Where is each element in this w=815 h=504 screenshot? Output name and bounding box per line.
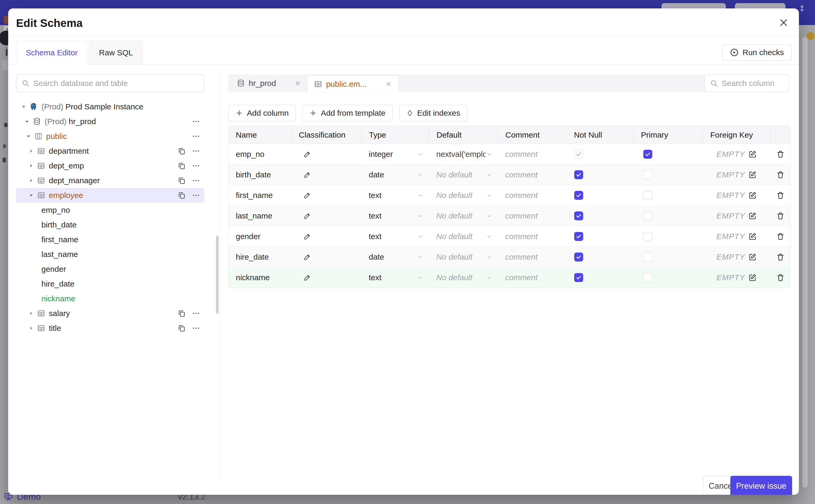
- comment-input[interactable]: comment: [498, 185, 566, 205]
- tree-item-title[interactable]: title: [16, 321, 204, 336]
- tree-item-public[interactable]: public: [16, 129, 204, 144]
- default-select[interactable]: No default: [429, 226, 498, 246]
- more-menu-icon[interactable]: [192, 176, 200, 185]
- copy-icon[interactable]: [177, 162, 186, 170]
- delete-column-icon[interactable]: [776, 232, 785, 241]
- delete-column-icon[interactable]: [776, 253, 785, 261]
- copy-icon[interactable]: [177, 324, 186, 332]
- tree-item-dept_manager[interactable]: dept_manager: [16, 173, 204, 188]
- classification-cell[interactable]: [291, 247, 361, 267]
- caret-down-icon[interactable]: [28, 192, 35, 199]
- column-name-cell[interactable]: first_name: [228, 185, 291, 205]
- tree-item-Prod Sample Instance[interactable]: (Prod)Prod Sample Instance: [16, 99, 204, 114]
- preview-issue-button[interactable]: Preview issue: [730, 476, 792, 495]
- primary-checkbox[interactable]: [643, 232, 652, 241]
- default-select[interactable]: No default: [429, 185, 498, 205]
- primary-checkbox[interactable]: [643, 211, 652, 220]
- more-menu-icon[interactable]: [192, 147, 200, 155]
- comment-input[interactable]: comment: [498, 267, 566, 288]
- caret-down-icon[interactable]: [20, 103, 27, 110]
- close-button[interactable]: [777, 16, 790, 29]
- tree-item-salary[interactable]: salary: [16, 306, 204, 321]
- comment-input[interactable]: comment: [498, 164, 566, 185]
- primary-checkbox[interactable]: [643, 273, 652, 282]
- default-select[interactable]: No default: [429, 164, 498, 185]
- type-select[interactable]: text: [361, 206, 429, 226]
- more-menu-icon[interactable]: [192, 324, 200, 332]
- caret-down-icon[interactable]: [25, 133, 32, 140]
- caret-down-icon[interactable]: [23, 118, 30, 125]
- classification-cell[interactable]: [291, 226, 361, 246]
- column-name-cell[interactable]: emp_no: [228, 144, 291, 164]
- column-name-cell[interactable]: nickname: [228, 267, 291, 288]
- column-name-cell[interactable]: gender: [228, 226, 291, 246]
- default-select[interactable]: nextval('employ: [429, 144, 498, 164]
- editor-tab-publicem[interactable]: public.em...: [307, 76, 398, 92]
- tree-item-last_name[interactable]: last_name: [16, 247, 204, 262]
- page-scrollbar[interactable]: [802, 37, 808, 488]
- not-null-checkbox[interactable]: [574, 191, 583, 200]
- copy-icon[interactable]: [177, 176, 186, 185]
- action-add-from-template[interactable]: Add from template: [302, 105, 392, 121]
- classification-cell[interactable]: [291, 206, 361, 226]
- panel-divider[interactable]: [220, 74, 220, 478]
- more-menu-icon[interactable]: [192, 162, 200, 170]
- comment-input[interactable]: comment: [498, 144, 566, 164]
- edit-foreign-key-icon[interactable]: [748, 232, 757, 241]
- edit-foreign-key-icon[interactable]: [748, 191, 757, 200]
- column-name-cell[interactable]: birth_date: [228, 164, 291, 185]
- caret-right-icon[interactable]: [28, 177, 35, 184]
- copy-icon[interactable]: [177, 147, 186, 155]
- delete-column-icon[interactable]: [776, 150, 785, 158]
- primary-checkbox[interactable]: [643, 191, 652, 200]
- edit-foreign-key-icon[interactable]: [748, 273, 757, 282]
- column-name-cell[interactable]: last_name: [228, 206, 291, 226]
- action-add-column[interactable]: Add column: [228, 105, 296, 121]
- type-select[interactable]: date: [361, 164, 429, 185]
- tree-item-hire_date[interactable]: hire_date: [16, 277, 204, 291]
- editor-tab-hr_prod[interactable]: hr_prod: [230, 74, 307, 92]
- delete-column-icon[interactable]: [776, 171, 785, 179]
- primary-checkbox[interactable]: [643, 170, 652, 179]
- delete-column-icon[interactable]: [776, 191, 785, 200]
- edit-foreign-key-icon[interactable]: [748, 212, 757, 220]
- copy-icon[interactable]: [177, 191, 186, 200]
- classification-cell[interactable]: [291, 164, 361, 185]
- more-menu-icon[interactable]: [192, 117, 200, 126]
- tab-raw-sql[interactable]: Raw SQL: [89, 41, 143, 65]
- comment-input[interactable]: comment: [498, 226, 566, 246]
- caret-right-icon[interactable]: [28, 148, 35, 154]
- tree-item-birth_date[interactable]: birth_date: [16, 217, 204, 232]
- column-name-cell[interactable]: hire_date: [228, 247, 291, 267]
- not-null-checkbox[interactable]: [574, 273, 583, 282]
- primary-checkbox[interactable]: [643, 253, 652, 261]
- type-select[interactable]: date: [361, 247, 429, 267]
- edit-foreign-key-icon[interactable]: [748, 171, 757, 179]
- tree-item-hr_prod[interactable]: (Prod)hr_prod: [16, 114, 204, 129]
- edit-foreign-key-icon[interactable]: [748, 150, 757, 158]
- caret-right-icon[interactable]: [28, 162, 35, 169]
- comment-input[interactable]: comment: [498, 206, 566, 226]
- not-null-checkbox[interactable]: [574, 232, 583, 241]
- classification-cell[interactable]: [291, 267, 361, 288]
- close-tab-icon[interactable]: [294, 80, 301, 87]
- tree-item-nickname[interactable]: nickname: [16, 291, 204, 306]
- more-menu-icon[interactable]: [192, 309, 200, 318]
- delete-column-icon[interactable]: [776, 212, 785, 220]
- more-menu-icon[interactable]: [192, 132, 200, 140]
- close-tab-icon[interactable]: [385, 81, 392, 88]
- caret-right-icon[interactable]: [28, 310, 35, 317]
- type-select[interactable]: text: [361, 267, 429, 288]
- caret-right-icon[interactable]: [28, 325, 35, 332]
- more-menu-icon[interactable]: [192, 191, 200, 200]
- default-select[interactable]: No default: [429, 206, 498, 226]
- tree-item-department[interactable]: department: [16, 144, 204, 158]
- tree-item-first_name[interactable]: first_name: [16, 232, 204, 247]
- not-null-checkbox[interactable]: [574, 211, 583, 220]
- type-select[interactable]: integer: [361, 144, 429, 164]
- type-select[interactable]: text: [361, 226, 429, 246]
- not-null-checkbox[interactable]: [574, 253, 583, 261]
- tree-item-employee[interactable]: employee: [16, 188, 204, 203]
- action-edit-indexes[interactable]: Edit indexes: [399, 105, 468, 121]
- comment-input[interactable]: comment: [498, 247, 566, 267]
